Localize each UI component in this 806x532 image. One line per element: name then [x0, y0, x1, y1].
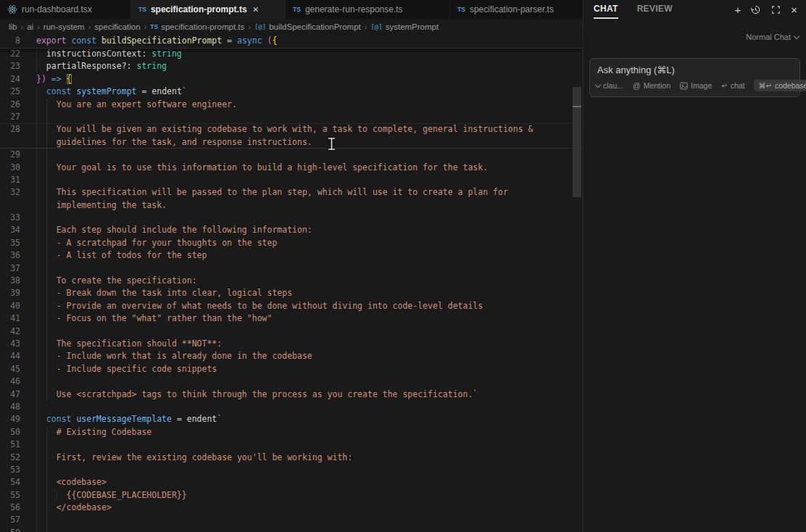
- code-line[interactable]: 28 You will be given an existing codebas…: [0, 123, 583, 136]
- code-area[interactable]: 22 instructionsContext: string23 partial…: [0, 48, 583, 532]
- code-line[interactable]: 56 </codebase>: [0, 502, 583, 514]
- code-token: instructionsContext:: [36, 49, 151, 59]
- breadcrumb-item[interactable]: specification: [94, 22, 140, 31]
- tab-review[interactable]: REVIEW: [637, 0, 673, 19]
- code-line[interactable]: 46: [0, 375, 583, 388]
- code-line[interactable]: 53: [0, 464, 583, 476]
- code-line[interactable]: 41 - Focus on the "what" rather than the…: [0, 312, 583, 325]
- code-line[interactable]: 25 const systemPrompt = endent`: [0, 86, 583, 98]
- code-line[interactable]: 54 <codebase>: [0, 476, 583, 489]
- breadcrumb-item-file[interactable]: TS specification-prompt.ts: [150, 22, 244, 31]
- indent-guide: [36, 111, 37, 123]
- code-token: endent: [151, 86, 182, 96]
- chat-panel-header: CHAT REVIEW + ×: [583, 0, 806, 19]
- code-token: [62, 74, 67, 84]
- indent-guide: [46, 149, 47, 161]
- line-number: 26: [0, 99, 20, 111]
- close-icon[interactable]: ×: [253, 4, 259, 15]
- scrollbar-thumb[interactable]: [573, 87, 581, 197]
- send-chat-button[interactable]: ↵ chat: [721, 81, 744, 90]
- image-icon: [680, 82, 688, 90]
- breadcrumb-separator: ›: [248, 22, 251, 31]
- code-line[interactable]: 8export const buildSpecificationPrompt =…: [0, 35, 583, 47]
- tab-run-dashboard[interactable]: run-dashboard.tsx: [0, 0, 131, 19]
- code-line[interactable]: 34 Each step should include the followin…: [0, 224, 583, 236]
- code-line[interactable]: 35 - A scratchpad for your thoughts on t…: [0, 237, 583, 249]
- code-line[interactable]: 24}) => {: [0, 73, 583, 86]
- chat-input-box[interactable]: Ask anything (⌘L) clau... @ Mention: [589, 58, 800, 97]
- tab-chat[interactable]: CHAT: [594, 0, 618, 19]
- code-line[interactable]: 32 This specification will be passed to …: [0, 186, 583, 199]
- code-line[interactable]: 52 First, review the existing codebase y…: [0, 452, 583, 464]
- code-token: {: [67, 74, 72, 84]
- breadcrumb-item[interactable]: ai: [27, 22, 33, 31]
- code-line-wrap[interactable]: implementing the task.: [0, 199, 583, 212]
- react-icon: [7, 4, 17, 14]
- code-line[interactable]: 49 const userMessageTemplate = endent`: [0, 413, 583, 425]
- mention-button[interactable]: @ Mention: [633, 81, 670, 90]
- code-line[interactable]: 47 Use <scratchpad> tags to think throug…: [0, 388, 583, 401]
- tab-label: generate-run-response.ts: [305, 4, 403, 14]
- line-number: 57: [0, 514, 20, 526]
- code-token: <codebase>: [36, 477, 107, 487]
- maximize-icon[interactable]: [770, 4, 781, 15]
- code-line[interactable]: 27: [0, 111, 583, 123]
- code-token: {: [272, 36, 277, 46]
- breadcrumb-item-symbol[interactable]: [@] buildSpecificationPrompt: [254, 22, 361, 31]
- line-number: 54: [0, 476, 20, 489]
- line-number: 34: [0, 224, 20, 236]
- code-line[interactable]: 57: [0, 514, 583, 526]
- line-number: 23: [0, 60, 20, 72]
- close-panel-icon[interactable]: ×: [791, 4, 797, 15]
- code-line[interactable]: 45 - Include specific code snippets: [0, 363, 583, 375]
- history-icon[interactable]: [750, 4, 761, 15]
- breadcrumb-item[interactable]: lib: [9, 22, 17, 31]
- code-line[interactable]: 26 You are an expert software engineer.: [0, 99, 583, 111]
- codebase-button[interactable]: ⌘↵ codebase: [754, 80, 806, 91]
- code-line[interactable]: 43 The specification should **NOT**:: [0, 338, 583, 350]
- code-line[interactable]: 31: [0, 174, 583, 186]
- code-line[interactable]: 37: [0, 262, 583, 275]
- code-token: string: [151, 49, 182, 59]
- image-button[interactable]: Image: [680, 81, 712, 90]
- model-selector[interactable]: clau...: [596, 81, 623, 90]
- code-line[interactable]: 33: [0, 212, 583, 224]
- line-number: 47: [0, 388, 20, 401]
- sticky-scroll-line[interactable]: 8export const buildSpecificationPrompt =…: [0, 35, 583, 49]
- code-line[interactable]: 29: [0, 149, 583, 161]
- code-line[interactable]: 51: [0, 439, 583, 451]
- code-line[interactable]: 40 - Provide an overview of what needs t…: [0, 300, 583, 312]
- code-line[interactable]: 38 To create the specification:: [0, 275, 583, 287]
- breadcrumb-item-symbol[interactable]: [@] systemPrompt: [370, 22, 439, 31]
- chat-mode-selector[interactable]: Normal Chat: [746, 33, 799, 41]
- code-line[interactable]: 48: [0, 401, 583, 413]
- code-line[interactable]: 42: [0, 325, 583, 338]
- code-line[interactable]: 39 - Break down the task into clear, log…: [0, 287, 583, 299]
- code-line[interactable]: 30 Your goal is to use this information …: [0, 162, 583, 174]
- tab-specification-prompt[interactable]: TS specification-prompt.ts ×: [131, 0, 286, 19]
- line-number: 50: [0, 426, 20, 439]
- line-number: 25: [0, 86, 20, 98]
- code-token: export: [36, 36, 71, 46]
- code-line[interactable]: 50 # Existing Codebase: [0, 426, 583, 439]
- code-token: - Focus on the "what" rather than the "h…: [36, 313, 272, 323]
- editor-scrollbar[interactable]: [573, 0, 581, 532]
- code-line-wrap[interactable]: guidelines for the task, and response in…: [0, 136, 583, 149]
- code-line[interactable]: 23 partialResponse?: string: [0, 60, 583, 72]
- code-token: - A list of todos for the step: [36, 250, 207, 260]
- tab-generate-run-response[interactable]: TS generate-run-response.ts: [286, 0, 450, 19]
- tab-specification-parser[interactable]: TS specification-parser.ts: [450, 0, 575, 19]
- code-line[interactable]: 58: [0, 527, 583, 532]
- chevron-down-icon: [595, 81, 601, 87]
- chat-input-placeholder[interactable]: Ask anything (⌘L): [597, 65, 792, 75]
- new-chat-icon[interactable]: +: [734, 4, 741, 15]
- code-line[interactable]: 44 - Include work that is already done i…: [0, 350, 583, 362]
- line-number: 48: [0, 401, 20, 413]
- code-token: endent: [187, 414, 217, 424]
- code-line[interactable]: 22 instructionsContext: string: [0, 48, 583, 60]
- typescript-icon: TS: [150, 23, 158, 30]
- code-line[interactable]: 36 - A list of todos for the step: [0, 249, 583, 262]
- code-line[interactable]: 55 {{CODEBASE_PLACEHOLDER}}: [0, 489, 583, 502]
- breadcrumb-item[interactable]: run-system: [43, 22, 85, 31]
- breadcrumb-separator: ›: [365, 22, 367, 31]
